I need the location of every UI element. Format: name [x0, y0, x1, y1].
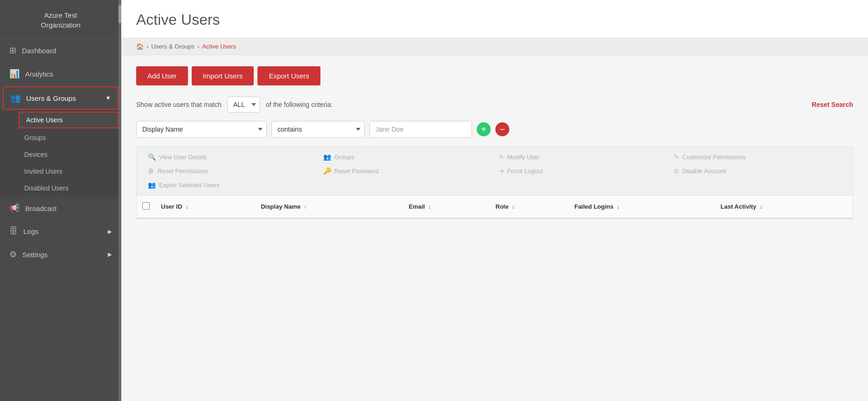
- col-role[interactable]: Role ↕: [490, 196, 569, 218]
- sidebar-item-settings[interactable]: ⚙ Settings ▶: [0, 243, 121, 266]
- breadcrumb-users-groups[interactable]: Users & Groups: [151, 43, 194, 50]
- action-toolbar: 🔍 View User Details 👥 Groups ✎ Modify Us…: [136, 146, 853, 196]
- settings-icon: ⚙: [9, 249, 17, 260]
- sort-icon-email: ↕: [429, 204, 431, 210]
- toolbar-export-selected[interactable]: 👥 Export Selected Users: [144, 179, 319, 190]
- add-user-button[interactable]: Add User: [136, 66, 188, 85]
- sidebar-item-disabled-users[interactable]: Disabled Users: [0, 180, 121, 197]
- toolbar-label: Customize Permissions: [682, 154, 746, 161]
- sidebar-item-dashboard[interactable]: ⊞ Dashboard: [0, 39, 121, 62]
- col-failed-logins[interactable]: Failed Logins ↕: [569, 196, 715, 218]
- sidebar-item-groups[interactable]: Groups: [0, 129, 121, 146]
- col-last-activity[interactable]: Last Activity ↕: [715, 196, 853, 218]
- sidebar-item-analytics[interactable]: 📊 Analytics: [0, 62, 121, 85]
- sidebar-item-devices[interactable]: Devices: [0, 146, 121, 163]
- invited-users-label: Invited Users: [24, 168, 62, 175]
- select-all-checkbox[interactable]: [142, 202, 150, 210]
- toolbar-customize-permissions[interactable]: ✎ Customize Permissions: [670, 151, 845, 162]
- search-suffix-label: of the following criteria:: [266, 101, 333, 108]
- sidebar-item-users-groups[interactable]: 👥 Users & Groups ▼: [3, 86, 118, 110]
- toolbar-view-user-details[interactable]: 🔍 View User Details: [144, 151, 319, 162]
- sidebar-item-logs[interactable]: 🗄 Logs ▶: [0, 220, 121, 243]
- sidebar-item-broadcast[interactable]: 📢 Broadcast: [0, 197, 121, 220]
- breadcrumb: 🏠 › Users & Groups › Active Users: [121, 38, 868, 55]
- sidebar-item-label: Analytics: [25, 70, 53, 78]
- chevron-down-icon: ▼: [105, 95, 111, 101]
- disable-icon: ⊘: [674, 167, 679, 175]
- sort-icon-role: ↕: [512, 204, 515, 210]
- toolbar-label: View User Details: [159, 154, 207, 161]
- breadcrumb-sep: ›: [146, 43, 148, 50]
- toolbar-force-logout[interactable]: ➜ Force Logout: [495, 165, 670, 176]
- search-icon: 🔍: [148, 153, 156, 161]
- toolbar-modify-user[interactable]: ✎ Modify User: [495, 151, 670, 162]
- remove-filter-button[interactable]: −: [495, 122, 509, 136]
- sort-icon-last-activity: ↕: [760, 204, 763, 210]
- sidebar: Azure Test Organization ⊞ Dashboard 📊 An…: [0, 0, 121, 401]
- sidebar-item-invited-users[interactable]: Invited Users: [0, 163, 121, 180]
- groups-label: Groups: [24, 134, 46, 141]
- chevron-right-icon-settings: ▶: [108, 251, 112, 258]
- add-filter-button[interactable]: +: [477, 122, 491, 136]
- main-content: Active Users 🏠 › Users & Groups › Active…: [121, 0, 868, 401]
- users-icon: 👥: [10, 93, 21, 103]
- toolbar-groups[interactable]: 👥 Groups: [319, 151, 495, 162]
- logs-icon: 🗄: [9, 226, 18, 236]
- sort-icon-failed-logins: ↕: [617, 204, 620, 210]
- key-icon: 🔑: [323, 167, 331, 175]
- filter-value-input[interactable]: [369, 121, 472, 138]
- col-email[interactable]: Email ↕: [403, 196, 490, 218]
- logout-icon: ➜: [499, 167, 504, 175]
- sidebar-scrollbar: [118, 0, 121, 401]
- customize-icon: ✎: [674, 153, 679, 161]
- breadcrumb-current: Active Users: [202, 43, 236, 50]
- page-title: Active Users: [136, 11, 853, 28]
- toolbar-label: Disable Account: [682, 168, 726, 175]
- toolbar-label: Reset Permissions: [158, 168, 208, 175]
- toolbar-reset-password[interactable]: 🔑 Reset Password: [319, 165, 495, 176]
- sidebar-item-label: Logs: [23, 227, 39, 235]
- page-header: Active Users: [121, 0, 868, 38]
- toolbar-label: Reset Password: [334, 168, 379, 175]
- sidebar-item-label: Broadcast: [25, 204, 57, 212]
- home-icon: 🏠: [136, 43, 144, 50]
- col-display-name[interactable]: Display Name ↑: [255, 196, 403, 218]
- sort-icon-user-id: ↕: [186, 204, 188, 210]
- search-row: Show active users that match ALL ANY of …: [136, 97, 853, 113]
- sidebar-item-label: Dashboard: [22, 47, 56, 55]
- toolbar-label: Export Selected Users: [159, 182, 219, 189]
- col-user-id[interactable]: User ID ↕: [155, 196, 255, 218]
- content-area: Add User Import Users Export Users Show …: [121, 55, 868, 401]
- groups-icon: 👥: [323, 153, 331, 161]
- sidebar-item-active-users[interactable]: Active Users: [19, 112, 118, 128]
- breadcrumb-sep2: ›: [197, 43, 199, 50]
- devices-label: Devices: [24, 151, 48, 158]
- table-header-row: User ID ↕ Display Name ↑ Email ↕ Role: [137, 196, 853, 218]
- trash-icon: 🗑: [148, 167, 154, 175]
- analytics-icon: 📊: [9, 69, 20, 79]
- match-select[interactable]: ALL ANY: [227, 97, 260, 113]
- edit-icon: ✎: [499, 153, 504, 161]
- export-users-button[interactable]: Export Users: [257, 66, 320, 85]
- reset-search-button[interactable]: Reset Search: [812, 101, 853, 108]
- toolbar-label: Modify User: [507, 154, 540, 161]
- sidebar-item-label: Settings: [22, 251, 48, 259]
- scrollbar-thumb: [118, 5, 121, 23]
- filter-row: Display Name Email User ID Role contains…: [136, 121, 853, 138]
- toolbar-reset-permissions[interactable]: 🗑 Reset Permissions: [144, 165, 319, 176]
- filter-operator-select[interactable]: contains equals starts with ends with: [271, 121, 365, 138]
- select-all-col: [137, 196, 155, 218]
- search-prefix-label: Show active users that match: [136, 101, 222, 108]
- import-users-button[interactable]: Import Users: [192, 66, 254, 85]
- users-groups-submenu: Active Users Groups Devices Invited User…: [0, 111, 121, 197]
- dashboard-icon: ⊞: [9, 45, 16, 56]
- filter-field-select[interactable]: Display Name Email User ID Role: [136, 121, 267, 138]
- toolbar-label: Groups: [334, 154, 354, 161]
- users-table: User ID ↕ Display Name ↑ Email ↕ Role: [137, 196, 853, 218]
- export-icon: 👥: [148, 181, 156, 189]
- disabled-users-label: Disabled Users: [24, 184, 69, 192]
- sort-icon-display-name: ↑: [304, 204, 307, 210]
- org-name: Azure Test Organization: [0, 0, 121, 39]
- users-table-container: User ID ↕ Display Name ↑ Email ↕ Role: [136, 196, 853, 219]
- toolbar-disable-account[interactable]: ⊘ Disable Account: [670, 165, 845, 176]
